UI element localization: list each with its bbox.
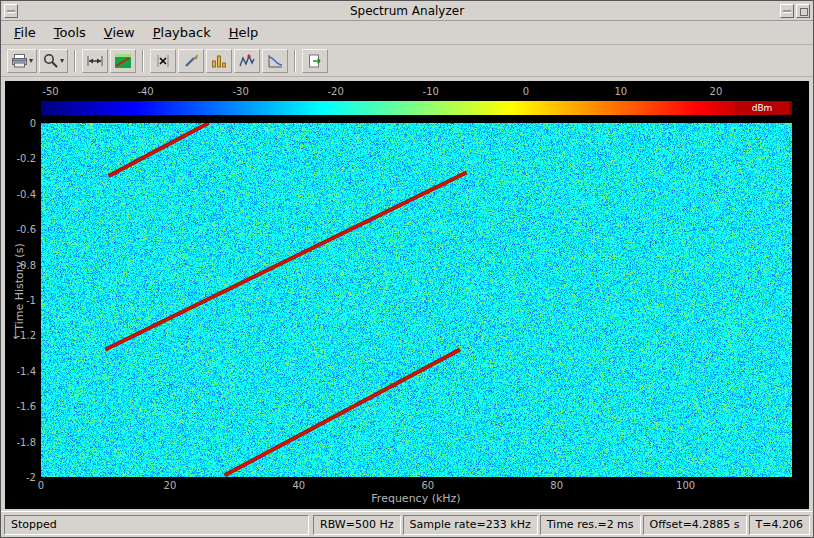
window-title: Spectrum Analyzer xyxy=(1,4,813,18)
toolbar-separator xyxy=(142,50,144,72)
zoom-button[interactable]: ▾ xyxy=(39,49,68,73)
colorbar xyxy=(41,101,792,115)
colorbar-tick-label: -30 xyxy=(232,86,248,97)
dropdown-caret-icon: ▾ xyxy=(29,57,33,65)
x-tick-label: 80 xyxy=(550,480,563,491)
cursors-x-icon xyxy=(155,54,171,68)
minimize-button[interactable] xyxy=(780,4,794,18)
distortion-measurements-button[interactable] xyxy=(206,49,232,73)
y-tick-label: -1.4 xyxy=(5,365,36,376)
y-axis-label: Time History (s) xyxy=(13,243,26,330)
toolbar-separator xyxy=(74,50,76,72)
spectrogram-canvas[interactable] xyxy=(41,123,792,477)
status-sample-rate: Sample rate=233 kHz xyxy=(403,515,538,535)
horizontal-arrows-icon xyxy=(86,54,104,68)
curve-axes-icon xyxy=(267,54,283,68)
x-tick-label: 20 xyxy=(164,480,177,491)
status-bar: Stopped RBW=500 Hz Sample rate=233 kHz T… xyxy=(1,511,813,537)
y-tick-label: -1.8 xyxy=(5,436,36,447)
toolbar-separator xyxy=(294,50,296,72)
y-tick-label: -0.4 xyxy=(5,188,36,199)
x-tick-label: 60 xyxy=(421,480,434,491)
menu-file-label: File xyxy=(14,25,36,40)
time-direction-arrow-icon: ↓ xyxy=(11,329,20,342)
menu-file[interactable]: File xyxy=(5,23,45,42)
toolbar: ▾ ▾ xyxy=(1,45,813,77)
menu-help[interactable]: Help xyxy=(220,23,268,42)
y-tick-label: -1.6 xyxy=(5,401,36,412)
y-tick-label: -0.6 xyxy=(5,224,36,235)
page-arrow-icon xyxy=(307,54,323,68)
maximize-button[interactable] xyxy=(796,4,810,18)
spectrogram-view-button[interactable] xyxy=(110,49,136,73)
status-state: Stopped xyxy=(4,515,309,535)
span-x-button[interactable] xyxy=(82,49,108,73)
ccdf-measurements-button[interactable] xyxy=(262,49,288,73)
menu-tools-label: Tools xyxy=(54,25,86,40)
status-time: T=4.206 xyxy=(749,515,810,535)
x-tick-label: 100 xyxy=(676,480,695,491)
colorbar-tick-label: -10 xyxy=(423,86,439,97)
step-forward-button[interactable] xyxy=(302,49,328,73)
colorbar-tick-label: 0 xyxy=(523,86,529,97)
cursor-measurements-button[interactable] xyxy=(150,49,176,73)
menu-view-label: View xyxy=(104,25,135,40)
menu-tools[interactable]: Tools xyxy=(45,23,95,42)
peak-trace-icon xyxy=(239,54,255,68)
x-axis-label: Frequency (kHz) xyxy=(371,492,460,505)
status-rbw: RBW=500 Hz xyxy=(313,515,400,535)
colorbar-tick-label: -40 xyxy=(137,86,153,97)
menu-view[interactable]: View xyxy=(95,23,144,42)
status-time-res: Time res.=2 ms xyxy=(540,515,641,535)
colorbar-tick-label: -20 xyxy=(328,86,344,97)
y-tick-label: -2 xyxy=(5,472,36,483)
y-tick-label: 0 xyxy=(5,118,36,129)
dropdown-caret-icon: ▾ xyxy=(60,57,64,65)
printer-icon xyxy=(11,53,28,68)
titlebar[interactable]: Spectrum Analyzer xyxy=(1,1,813,21)
signal-statistics-button[interactable] xyxy=(178,49,204,73)
menu-playback[interactable]: Playback xyxy=(144,23,220,42)
menubar: File Tools View Playback Help xyxy=(1,21,813,45)
menu-help-label: Help xyxy=(229,25,259,40)
spectrogram-icon xyxy=(115,54,131,68)
spectrum-analyzer-window: Spectrum Analyzer File Tools View Playba… xyxy=(0,0,814,538)
colorbar-unit-label: dBm xyxy=(735,102,789,114)
plot-panel: -50-40-30-20-1001020 dBm 0-0.2-0.4-0.6-0… xyxy=(5,81,809,509)
status-offset: Offset=4.2885 s xyxy=(643,515,747,535)
peak-finder-button[interactable] xyxy=(234,49,260,73)
menu-playback-label: Playback xyxy=(153,25,211,40)
colorbar-tick-label: 20 xyxy=(710,86,723,97)
y-tick-label: -0.2 xyxy=(5,153,36,164)
colorbar-tick-label: -50 xyxy=(42,86,58,97)
y-tick-label: -1.2 xyxy=(5,330,36,341)
pencil-ruler-icon xyxy=(183,54,199,68)
print-export-button[interactable]: ▾ xyxy=(7,49,37,73)
x-tick-label: 40 xyxy=(292,480,305,491)
yellow-bars-icon xyxy=(211,54,227,68)
x-tick-label: 0 xyxy=(38,480,44,491)
magnifier-icon xyxy=(43,53,59,68)
colorbar-tick-label: 10 xyxy=(615,86,628,97)
